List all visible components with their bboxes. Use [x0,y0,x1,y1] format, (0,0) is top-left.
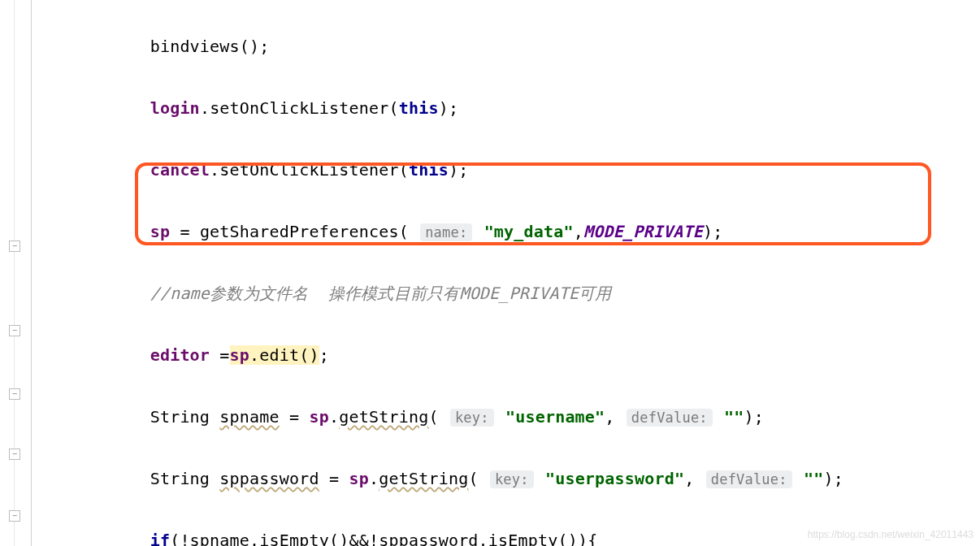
method-call: setOnClickListener [219,160,398,180]
field-ref: sp [349,469,369,488]
field-ref: sp [230,345,249,365]
string-literal: "" [724,407,744,427]
fold-icon[interactable]: − [9,240,20,252]
code-line: login.setOnClickListener(this); [41,93,843,124]
method-call: bindviews [150,37,240,56]
method-call: getSharedPreferences [200,222,399,241]
param-hint-defvalue: defValue: [706,470,792,488]
code-line: sp = getSharedPreferences( name: "my_dat… [41,216,843,247]
code-editor-content[interactable]: bindviews(); login.setOnClickListener(th… [41,0,843,546]
string-literal: "userpassword" [545,469,684,488]
if-condition: (!spname.isEmpty()&&!sppassword.isEmpty(… [170,531,597,546]
param-hint-key: key: [450,409,494,427]
local-var: sppassword [219,469,319,488]
keyword-this: this [399,98,439,118]
fold-guide-line [14,0,15,546]
field-ref: editor [150,345,210,365]
field-ref: login [150,98,200,118]
fold-icon[interactable]: − [9,325,20,336]
param-hint-name: name: [420,223,472,241]
method-call: getString [339,407,428,427]
param-hint-defvalue: defValue: [627,409,713,427]
comment: //name参数为文件名 操作模式目前只有MODE_PRIVATE可用 [150,284,612,303]
code-line: if(!spname.isEmpty()&&!sppassword.isEmpt… [41,525,843,546]
method-call: setOnClickListener [210,98,388,118]
param-hint-key: key: [490,470,534,488]
code-line: String sppassword = sp.getString( key: "… [41,463,843,494]
method-call: getString [379,469,468,488]
method-call: edit [259,345,299,365]
keyword-this: this [409,160,449,180]
field-ref: cancel [150,160,210,180]
code-line: //name参数为文件名 操作模式目前只有MODE_PRIVATE可用 [41,278,843,309]
code-line: cancel.setOnClickListener(this); [41,154,843,185]
string-literal: "username" [505,407,605,427]
string-literal: "my_data" [484,222,574,241]
code-line: editor =sp.edit(); [41,340,843,370]
constant-ref: MODE_PRIVATE [583,222,703,241]
string-literal: "" [804,469,823,488]
local-var: spname [219,407,279,427]
editor-gutter: − − − − − [0,0,32,546]
type-ref: String [150,469,210,488]
keyword-if: if [150,531,170,546]
code-line: String spname = sp.getString( key: "user… [41,401,843,432]
field-ref: sp [310,407,329,427]
field-ref: sp [150,222,170,241]
type-ref: String [150,407,210,427]
fold-icon[interactable]: − [9,448,20,460]
watermark-text: https://blog.csdn.net/weixin_42011443 [808,526,973,544]
fold-icon[interactable]: − [9,388,20,400]
fold-icon[interactable]: − [9,510,20,522]
code-line: bindviews(); [41,31,843,62]
